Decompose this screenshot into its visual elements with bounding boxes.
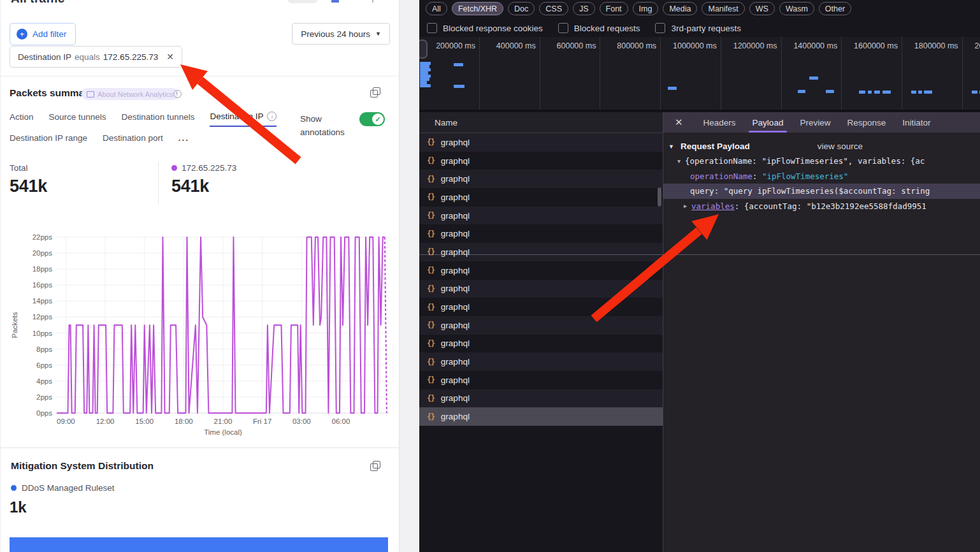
checkbox-icon[interactable] bbox=[558, 23, 568, 33]
about-network-analytics-badge[interactable]: About Network Analytics bbox=[82, 88, 178, 100]
request-name: graphql bbox=[441, 211, 470, 221]
payload-row-variables[interactable]: ▶ variables: {accountTag: "b12e3b2192ee5… bbox=[663, 199, 980, 214]
filter-pill-js[interactable]: JS bbox=[573, 2, 595, 15]
filter-pill-other[interactable]: Other bbox=[819, 2, 851, 15]
svg-text:2pps: 2pps bbox=[36, 393, 52, 401]
mitigation-legend: DDoS Managed Ruleset bbox=[11, 483, 115, 493]
request-row-graphql[interactable]: {}graphql bbox=[419, 170, 663, 188]
request-payload-section-header[interactable]: ▼ Request Payload view source bbox=[668, 142, 980, 151]
json-braces-icon: {} bbox=[427, 192, 435, 201]
close-icon[interactable]: ✕ bbox=[675, 117, 683, 128]
request-activity-mark bbox=[918, 91, 922, 94]
request-row-graphql[interactable]: {}graphql bbox=[419, 207, 663, 225]
request-row-graphql[interactable]: {}graphql bbox=[419, 389, 663, 408]
detail-tabs: ✕ HeadersPayloadPreviewResponseInitiator bbox=[663, 112, 980, 133]
checkbox-3rd-party-requests[interactable]: 3rd-party requests bbox=[655, 23, 741, 33]
checkbox-icon[interactable] bbox=[427, 23, 437, 33]
stat-label: 172.65.225.73 bbox=[182, 163, 236, 173]
request-activity-mark bbox=[420, 75, 431, 78]
detail-tab-preview[interactable]: Preview bbox=[800, 112, 830, 133]
timeline-label: 2000000 ms bbox=[967, 41, 980, 50]
tab-destination-port[interactable]: Destination port bbox=[103, 133, 163, 147]
clock-icon bbox=[173, 90, 182, 98]
detail-tab-response[interactable]: Response bbox=[847, 112, 886, 133]
request-row-graphql[interactable]: {}graphql bbox=[419, 261, 663, 280]
network-overview-timeline[interactable]: 200000 ms400000 ms600000 ms800000 ms1000… bbox=[419, 37, 980, 110]
scrollbar-thumb[interactable] bbox=[658, 187, 661, 207]
timeline-gridline bbox=[721, 37, 721, 110]
request-row-graphql[interactable]: {}graphql bbox=[419, 152, 663, 170]
payload-row-operationName[interactable]: operationName: "ipFlowTimeseries" bbox=[663, 169, 980, 184]
request-row-graphql[interactable]: {}graphql bbox=[419, 243, 663, 261]
request-activity-mark bbox=[420, 62, 431, 65]
request-row-graphql[interactable]: {}graphql bbox=[419, 352, 663, 371]
filter-pill-fetchxhr[interactable]: Fetch/XHR bbox=[452, 2, 503, 15]
timeline-label: 600000 ms bbox=[545, 41, 596, 50]
filter-pill-manifest[interactable]: Manifest bbox=[702, 2, 744, 15]
payload-preview-line[interactable]: ▼ {operationName: "ipFlowTimeseries", va… bbox=[663, 154, 980, 169]
checkbox-icon[interactable] bbox=[655, 23, 665, 33]
request-activity-mark bbox=[826, 90, 834, 93]
request-activity-mark bbox=[868, 91, 872, 94]
name-column-header[interactable]: Name bbox=[419, 112, 663, 133]
json-braces-icon: {} bbox=[427, 339, 435, 348]
tab-action[interactable]: Action bbox=[10, 112, 34, 127]
json-braces-icon: {} bbox=[427, 211, 435, 220]
filter-pill-wasm[interactable]: Wasm bbox=[779, 2, 814, 15]
add-filter-button[interactable]: + Add filter bbox=[10, 23, 76, 45]
more-tabs-button[interactable]: ... bbox=[178, 133, 189, 147]
expand-panel-icon[interactable] bbox=[370, 463, 378, 471]
time-range-dropdown[interactable]: Previous 24 hours ▼ bbox=[292, 23, 390, 45]
detail-tab-payload[interactable]: Payload bbox=[753, 112, 784, 133]
payload-value: {accountTag: "b12e3b2192ee5588fdad9951 bbox=[744, 201, 926, 211]
filter-pill-css[interactable]: CSS bbox=[539, 2, 568, 15]
request-row-graphql[interactable]: {}graphql bbox=[419, 371, 663, 389]
json-braces-icon: {} bbox=[427, 394, 435, 403]
analytics-panel: All traffic + Add filter Previous 24 hou… bbox=[0, 0, 400, 552]
request-row-graphql[interactable]: {}graphql bbox=[419, 188, 663, 207]
show-annotations-toggle[interactable]: ✓ bbox=[359, 112, 385, 126]
request-row-graphql[interactable]: {}graphql bbox=[419, 316, 663, 335]
remove-filter-icon[interactable]: ✕ bbox=[166, 52, 174, 62]
page-scrollbar-gutter[interactable] bbox=[399, 0, 421, 552]
stat-value: 541k bbox=[10, 177, 47, 196]
view-source-link[interactable]: view source bbox=[818, 142, 863, 151]
filter-field: Destination IP bbox=[18, 52, 71, 62]
cropped-toolbar-element bbox=[372, 0, 373, 3]
triangle-down-icon[interactable]: ▼ bbox=[677, 158, 685, 164]
tab-destination-ip-range[interactable]: Destination IP range bbox=[10, 133, 87, 147]
filter-pill-ws[interactable]: WS bbox=[749, 2, 775, 15]
timeline-label: 1600000 ms bbox=[847, 41, 898, 50]
request-row-graphql[interactable]: {}graphql bbox=[419, 224, 663, 243]
request-activity-mark bbox=[454, 85, 465, 88]
request-name: graphql bbox=[441, 375, 470, 385]
svg-text:06:00: 06:00 bbox=[332, 418, 350, 425]
json-braces-icon: {} bbox=[427, 284, 435, 293]
request-row-graphql[interactable]: {}graphql bbox=[419, 280, 663, 298]
payload-key[interactable]: variables bbox=[691, 201, 735, 211]
svg-text:Fri 17: Fri 17 bbox=[253, 418, 271, 425]
checkbox-blocked-requests[interactable]: Blocked requests bbox=[558, 23, 640, 33]
mitigation-bar bbox=[10, 537, 388, 552]
filter-pill-media[interactable]: Media bbox=[663, 2, 697, 15]
payload-row-query[interactable]: query: "query ipFlowTimeseries($accountT… bbox=[663, 184, 980, 199]
detail-tab-headers[interactable]: Headers bbox=[703, 112, 736, 133]
tab-source-tunnels[interactable]: Source tunnels bbox=[49, 112, 106, 127]
request-name: graphql bbox=[441, 174, 470, 184]
request-row-graphql[interactable]: {}graphql bbox=[419, 335, 663, 353]
request-row-graphql[interactable]: {}graphql bbox=[419, 133, 663, 152]
request-row-graphql[interactable]: {}graphql bbox=[419, 298, 663, 316]
triangle-right-icon[interactable]: ▶ bbox=[684, 203, 691, 209]
tab-destination-tunnels[interactable]: Destination tunnels bbox=[122, 112, 195, 127]
request-row-graphql[interactable]: {}graphql bbox=[419, 407, 663, 426]
tab-destination-ip[interactable]: Destination IPi bbox=[210, 112, 277, 127]
expand-panel-icon[interactable] bbox=[370, 90, 378, 98]
json-braces-icon: {} bbox=[427, 175, 435, 184]
filter-chip[interactable]: Destination IP equals 172.65.225.73 ✕ bbox=[10, 46, 182, 68]
filter-pill-all[interactable]: All bbox=[426, 2, 447, 15]
filter-pill-img[interactable]: Img bbox=[633, 2, 659, 15]
filter-pill-doc[interactable]: Doc bbox=[508, 2, 535, 15]
detail-tab-initiator[interactable]: Initiator bbox=[902, 112, 930, 133]
filter-pill-font[interactable]: Font bbox=[600, 2, 628, 15]
checkbox-blocked-response-cookies[interactable]: Blocked response cookies bbox=[427, 23, 543, 33]
